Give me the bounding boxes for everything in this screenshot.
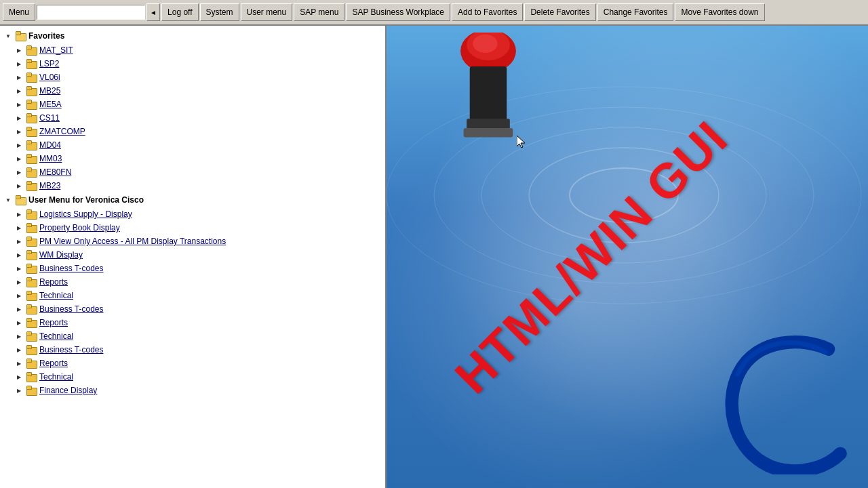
expand-arrow[interactable] xyxy=(14,344,24,355)
expand-arrow[interactable] xyxy=(14,263,24,274)
list-item[interactable]: ZMATCOMP xyxy=(0,125,385,138)
left-panel: Favorites MAT_SIT LSP2 VL06i MB2 xyxy=(0,26,387,488)
tree-item-label[interactable]: MM03 xyxy=(39,154,62,163)
tree-item-label[interactable]: Technical xyxy=(39,331,73,341)
expand-arrow[interactable] xyxy=(14,167,24,178)
tree-container[interactable]: Favorites MAT_SIT LSP2 VL06i MB2 xyxy=(0,26,385,488)
folder-icon xyxy=(26,372,37,382)
menu-button[interactable]: Menu xyxy=(3,3,35,21)
usermenu-section-header[interactable]: User Menu for Veronica Cisco xyxy=(0,192,385,207)
favorites-expand-arrow[interactable] xyxy=(3,30,14,41)
list-item[interactable]: Technical xyxy=(0,370,385,384)
list-item[interactable]: Logistics Supply - Display xyxy=(0,207,385,221)
tree-item-label[interactable]: PM View Only Access - All PM Display Tra… xyxy=(39,237,226,246)
list-item[interactable]: LSP2 xyxy=(0,57,385,70)
tree-item-label[interactable]: CS11 xyxy=(39,113,60,123)
addfav-button[interactable]: Add to Favorites xyxy=(452,3,523,21)
tree-item-label[interactable]: Property Book Display xyxy=(39,223,120,232)
list-item[interactable]: ME80FN xyxy=(0,165,385,179)
list-item[interactable]: Finance Display xyxy=(0,384,385,397)
list-item[interactable]: VL06i xyxy=(0,70,385,84)
svg-rect-10 xyxy=(464,128,513,138)
expand-arrow[interactable] xyxy=(14,209,24,220)
tree-item-label[interactable]: Technical xyxy=(39,372,73,382)
list-item[interactable]: ME5A xyxy=(0,98,385,111)
tree-item-label[interactable]: ME80FN xyxy=(39,167,71,177)
expand-arrow[interactable] xyxy=(14,153,24,164)
list-item[interactable]: MB23 xyxy=(0,179,385,192)
expand-arrow[interactable] xyxy=(14,277,24,287)
tree-item-label[interactable]: Reports xyxy=(39,318,68,327)
list-item[interactable]: MAT_SIT xyxy=(0,43,385,57)
list-item[interactable]: CS11 xyxy=(0,111,385,125)
list-item[interactable]: Technical xyxy=(0,329,385,343)
list-item[interactable]: Business T-codes xyxy=(0,343,385,357)
list-item[interactable]: PM View Only Access - All PM Display Tra… xyxy=(0,235,385,248)
command-input[interactable] xyxy=(37,5,145,20)
list-item[interactable]: Reports xyxy=(0,275,385,289)
tree-item-label[interactable]: Logistics Supply - Display xyxy=(39,209,132,219)
expand-arrow[interactable] xyxy=(14,126,24,137)
c-logo xyxy=(719,325,854,474)
list-item[interactable]: Reports xyxy=(0,357,385,370)
expand-arrow[interactable] xyxy=(14,385,24,396)
list-item[interactable]: Technical xyxy=(0,289,385,302)
system-button[interactable]: System xyxy=(200,3,239,21)
usermenu-button[interactable]: User menu xyxy=(241,3,293,21)
tree-item-label[interactable]: ME5A xyxy=(39,100,62,109)
list-item[interactable]: Property Book Display xyxy=(0,221,385,235)
list-item[interactable]: MD04 xyxy=(0,138,385,152)
movefavdown-button[interactable]: Move Favorites down xyxy=(675,3,764,21)
expand-arrow[interactable] xyxy=(14,85,24,96)
stamp-image xyxy=(420,33,556,168)
expand-arrow[interactable] xyxy=(14,304,24,314)
changefav-button[interactable]: Change Favorites xyxy=(597,3,674,21)
tree-item-label[interactable]: Reports xyxy=(39,277,68,287)
expand-arrow[interactable] xyxy=(14,58,24,69)
list-item[interactable]: WM Display xyxy=(0,248,385,262)
tree-item-label[interactable]: Reports xyxy=(39,359,68,368)
list-item[interactable]: Business T-codes xyxy=(0,302,385,316)
list-item[interactable]: MB25 xyxy=(0,84,385,98)
expand-arrow[interactable] xyxy=(14,180,24,191)
tree-item-label[interactable]: LSP2 xyxy=(39,59,59,68)
list-item[interactable]: Business T-codes xyxy=(0,262,385,275)
expand-arrow[interactable] xyxy=(14,45,24,56)
expand-arrow[interactable] xyxy=(14,113,24,123)
expand-arrow[interactable] xyxy=(14,331,24,342)
expand-arrow[interactable] xyxy=(14,222,24,233)
tree-item-label[interactable]: MB25 xyxy=(39,86,60,96)
folder-icon xyxy=(26,73,37,82)
tree-item-label[interactable]: Business T-codes xyxy=(39,264,104,273)
expand-arrow[interactable] xyxy=(14,236,24,247)
tree-item-label[interactable]: ZMATCOMP xyxy=(39,127,85,136)
expand-arrow[interactable] xyxy=(14,249,24,260)
tree-item-label[interactable]: MD04 xyxy=(39,140,61,150)
tree-item-label[interactable]: MB23 xyxy=(39,181,60,190)
execute-arrow-button[interactable]: ◄ xyxy=(146,3,160,21)
expand-arrow[interactable] xyxy=(14,290,24,301)
expand-arrow[interactable] xyxy=(14,317,24,328)
tree-item-label[interactable]: Finance Display xyxy=(39,386,97,395)
tree-item-label[interactable]: Business T-codes xyxy=(39,345,104,354)
list-item[interactable]: Reports xyxy=(0,316,385,329)
favorites-section-header[interactable]: Favorites xyxy=(0,28,385,43)
tree-item-label[interactable]: Technical xyxy=(39,291,73,300)
tree-item-label[interactable]: MAT_SIT xyxy=(39,45,73,55)
sapmenu-button[interactable]: SAP menu xyxy=(294,3,344,21)
expand-arrow[interactable] xyxy=(14,358,24,369)
expand-arrow[interactable] xyxy=(14,72,24,83)
list-item[interactable]: MM03 xyxy=(0,152,385,165)
usermenu-expand-arrow[interactable] xyxy=(3,195,14,205)
expand-arrow[interactable] xyxy=(14,99,24,110)
tree-item-label[interactable]: VL06i xyxy=(39,73,60,82)
tree-item-label[interactable]: WM Display xyxy=(39,250,83,260)
main-area: Favorites MAT_SIT LSP2 VL06i MB2 xyxy=(0,26,868,488)
expand-arrow[interactable] xyxy=(14,140,24,150)
expand-arrow[interactable] xyxy=(14,371,24,382)
logoff-button[interactable]: Log off xyxy=(161,3,198,21)
folder-icon xyxy=(26,86,37,96)
sapbw-button[interactable]: SAP Business Workplace xyxy=(346,3,450,21)
deletefav-button[interactable]: Delete Favorites xyxy=(524,3,595,21)
tree-item-label[interactable]: Business T-codes xyxy=(39,304,104,314)
